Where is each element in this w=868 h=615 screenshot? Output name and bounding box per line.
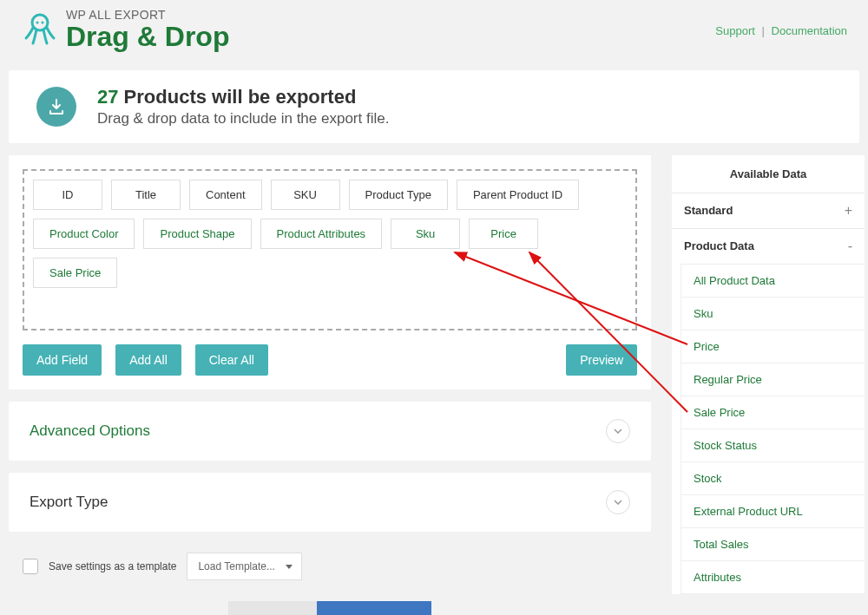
sidebar-item[interactable]: Total Sales (681, 527, 865, 561)
save-template-label: Save settings as a template (49, 560, 176, 572)
sidebar-section-standard[interactable]: Standard + (672, 193, 865, 228)
advanced-options-panel[interactable]: Advanced Options (9, 402, 651, 461)
sidebar-item[interactable]: Attributes (681, 560, 865, 594)
sidebar-item[interactable]: All Product Data (681, 264, 865, 298)
export-banner: 27 Products will be exported Drag & drop… (9, 70, 859, 143)
load-template-select[interactable]: Load Template... (187, 553, 302, 580)
field-chip[interactable]: Price (469, 219, 538, 249)
preview-button[interactable]: Preview (566, 344, 637, 376)
sidebar-item[interactable]: Regular Price (681, 363, 865, 396)
octopus-logo-icon (21, 9, 59, 47)
available-data-sidebar: Available Data Standard + Product Data -… (672, 155, 865, 594)
back-button[interactable]: Back (228, 601, 316, 615)
chevron-down-icon (606, 490, 630, 514)
sidebar-item[interactable]: Stock Status (681, 429, 865, 462)
header-links: Support | Documentation (715, 24, 847, 37)
field-chip[interactable]: Title (111, 180, 181, 210)
field-chip[interactable]: Sku (391, 219, 460, 249)
sidebar-item[interactable]: Stock (681, 461, 865, 495)
add-all-button[interactable]: Add All (115, 344, 181, 376)
banner-subtitle: Drag & drop data to include in the expor… (97, 110, 389, 128)
clear-all-button[interactable]: Clear All (195, 344, 268, 376)
sidebar-title: Available Data (672, 155, 865, 193)
svg-point-1 (36, 22, 39, 24)
dropzone-card: IDTitleContentSKUProduct TypeParent Prod… (9, 155, 651, 389)
sidebar-section-product-data[interactable]: Product Data - (672, 228, 865, 264)
field-chip[interactable]: ID (33, 180, 102, 210)
docs-link[interactable]: Documentation (772, 24, 847, 37)
field-dropzone[interactable]: IDTitleContentSKUProduct TypeParent Prod… (23, 169, 637, 330)
add-field-button[interactable]: Add Field (23, 344, 102, 376)
field-chip[interactable]: SKU (271, 180, 340, 210)
field-chip[interactable]: Parent Product ID (457, 180, 579, 210)
header-subtitle: WP ALL EXPORT (66, 9, 229, 22)
minus-icon: - (848, 239, 852, 254)
field-chip[interactable]: Product Type (349, 180, 448, 210)
sidebar-item[interactable]: Price (681, 330, 865, 363)
advanced-options-title: Advanced Options (30, 422, 150, 440)
header-title: Drag & Drop (66, 22, 229, 52)
svg-point-0 (32, 15, 48, 30)
export-count: 27 (97, 86, 118, 108)
export-type-title: Export Type (30, 494, 108, 511)
sidebar-item[interactable]: Sale Price (681, 396, 865, 429)
chevron-down-icon (606, 419, 630, 443)
field-chip[interactable]: Product Color (33, 219, 135, 249)
svg-point-2 (42, 22, 44, 24)
download-icon (36, 87, 76, 127)
sidebar-item[interactable]: External Product URL (681, 494, 865, 528)
export-type-panel[interactable]: Export Type (9, 473, 651, 532)
save-template-checkbox[interactable] (23, 559, 38, 574)
field-chip[interactable]: Product Attributes (260, 219, 383, 249)
field-chip[interactable]: Sale Price (33, 258, 117, 288)
field-chip[interactable]: Product Shape (143, 219, 251, 249)
export-count-suffix: Products will be exported (124, 86, 357, 108)
support-link[interactable]: Support (715, 24, 755, 37)
continue-button[interactable]: Continue (317, 601, 431, 615)
sidebar-item[interactable]: Sku (681, 297, 865, 330)
plus-icon: + (845, 203, 852, 219)
field-chip[interactable]: Content (189, 180, 262, 210)
